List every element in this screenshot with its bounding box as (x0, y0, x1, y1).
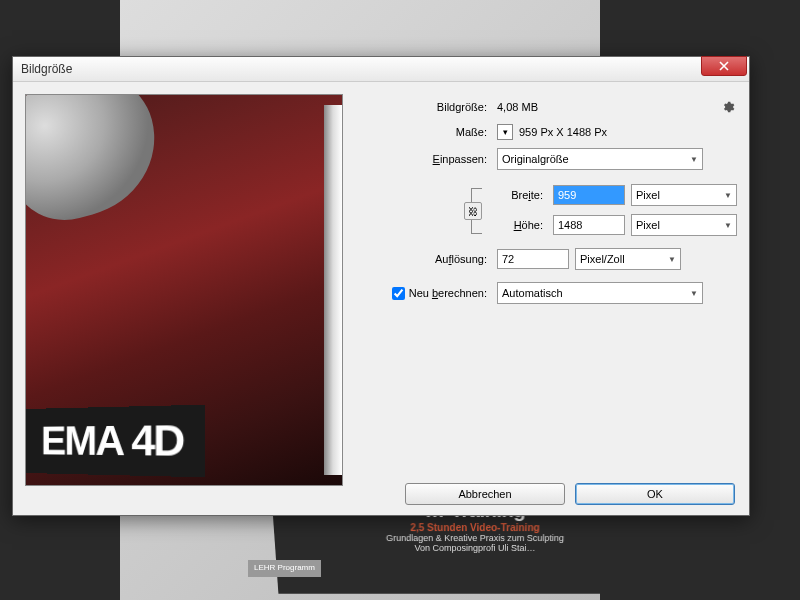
resample-select[interactable]: Automatisch▼ (497, 282, 703, 304)
bg-subtitle-1: 2,5 Stunden Video-Training (277, 522, 672, 533)
bg-subtitle-2: Grundlagen & Kreative Praxis zum Sculpti… (278, 533, 672, 543)
filesize-label: Bildgröße: (357, 101, 491, 113)
fit-label: Einpassen: (357, 153, 491, 165)
preview-pane[interactable]: EMA 4D (25, 94, 343, 486)
resolution-unit-value: Pixel/Zoll (580, 253, 625, 265)
link-bracket: ⛓ (469, 184, 493, 236)
resample-label-wrap: Neu berechnen: (357, 287, 491, 300)
bg-subtitle-3: Von Composingprofi Uli Stai… (279, 543, 671, 553)
width-unit-select[interactable]: Pixel▼ (631, 184, 737, 206)
resolution-input[interactable] (497, 249, 569, 269)
constrain-link-icon[interactable]: ⛓ (464, 202, 482, 220)
fit-select[interactable]: Originalgröße▼ (497, 148, 703, 170)
lehr-badge: LEHR Programm (248, 560, 321, 577)
filesize-value: 4,08 MB (497, 101, 538, 113)
resolution-unit-select[interactable]: Pixel/Zoll▼ (575, 248, 681, 270)
settings-panel: Bildgröße: 4,08 MB Maße: ▾ 959 Px X 1488… (357, 94, 737, 482)
resample-label: Neu berechnen: (409, 287, 487, 299)
dimensions-label: Maße: (357, 126, 491, 138)
height-unit-select[interactable]: Pixel▼ (631, 214, 737, 236)
resolution-label: Auflösung: (357, 253, 491, 265)
width-unit-value: Pixel (636, 189, 660, 201)
cancel-button[interactable]: Abbrechen (405, 483, 565, 505)
titlebar[interactable]: Bildgröße (13, 57, 749, 82)
width-label: Breite: (495, 189, 547, 201)
height-input[interactable] (553, 215, 625, 235)
fit-value: Originalgröße (502, 153, 569, 165)
image-size-dialog: Bildgröße EMA 4D Bildgröße: 4,08 MB Maße… (12, 56, 750, 516)
dialog-title: Bildgröße (21, 62, 72, 76)
dimensions-value: 959 Px X 1488 Px (519, 126, 607, 138)
dimensions-unit-toggle[interactable]: ▾ (497, 124, 513, 140)
height-label: Höhe: (495, 219, 547, 231)
resample-value: Automatisch (502, 287, 563, 299)
dialog-footer: Abbrechen OK (405, 483, 735, 505)
height-unit-value: Pixel (636, 219, 660, 231)
width-input[interactable] (553, 185, 625, 205)
preview-text: EMA 4D (25, 405, 205, 478)
resample-checkbox[interactable] (392, 287, 405, 300)
gear-icon[interactable] (719, 98, 737, 116)
close-button[interactable] (701, 56, 747, 76)
preview-edge (324, 105, 342, 475)
ok-button[interactable]: OK (575, 483, 735, 505)
